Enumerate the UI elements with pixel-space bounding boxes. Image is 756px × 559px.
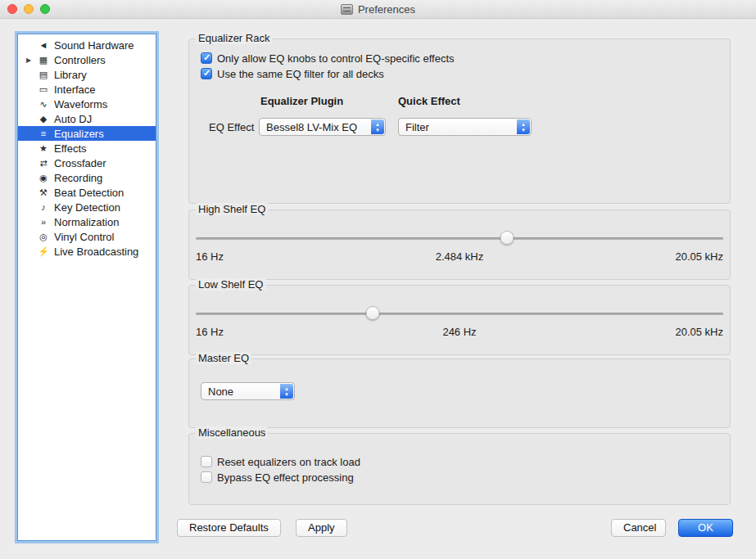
eq-plugin-dropdown[interactable]: Bessel8 LV-Mix EQ ▲▼ bbox=[259, 118, 386, 136]
sidebar-item-crossfader[interactable]: ⇄Crossfader bbox=[18, 156, 156, 170]
waveform-icon: ∿ bbox=[37, 99, 50, 110]
sidebar-item-label: Vinyl Control bbox=[54, 231, 114, 243]
library-icon: ▤ bbox=[37, 70, 50, 80]
reset-equalizers-checkbox[interactable] bbox=[201, 456, 212, 467]
sidebar-item-label: Beat Detection bbox=[54, 187, 124, 199]
broadcast-dish-icon: ⚡ bbox=[37, 246, 50, 257]
sidebar-item-label: Key Detection bbox=[54, 201, 120, 214]
master-eq-groupbox: Master EQ None ▲▼ bbox=[188, 358, 731, 428]
sidebar-list[interactable]: ◄Sound Hardware▶▦Controllers▤Library▭Int… bbox=[17, 34, 156, 541]
quick-effect-dropdown[interactable]: Filter ▲▼ bbox=[398, 118, 532, 136]
slider-max-label: 20.05 kHz bbox=[675, 250, 723, 263]
traffic-lights bbox=[7, 4, 50, 14]
checkbox-label: Bypass EQ effect processing bbox=[217, 471, 354, 484]
sidebar-item-sound-hardware[interactable]: ◄Sound Hardware bbox=[18, 38, 156, 52]
groupbox-title: Master EQ bbox=[196, 352, 251, 364]
quick-effect-dropdown-value: Filter bbox=[405, 121, 429, 133]
groupbox-title: Low Shelf EQ bbox=[196, 278, 266, 291]
monitor-icon: ▭ bbox=[37, 84, 50, 95]
sidebar-item-library[interactable]: ▤Library bbox=[18, 67, 156, 82]
crossfader-icon: ⇄ bbox=[37, 158, 50, 169]
groupbox-title: Miscellaneous bbox=[196, 426, 268, 439]
preferences-window-icon bbox=[341, 4, 353, 15]
miscellaneous-groupbox: Miscellaneous Reset equalizers on track … bbox=[188, 433, 731, 505]
zoom-button[interactable] bbox=[40, 4, 50, 14]
slider-max-label: 20.05 kHz bbox=[675, 326, 723, 338]
same-eq-filter-checkbox-row[interactable]: Use the same EQ filter for all decks bbox=[201, 67, 384, 80]
sidebar-item-label: Auto DJ bbox=[54, 113, 92, 125]
slider-track[interactable] bbox=[196, 313, 723, 315]
slider-min-label: 16 Hz bbox=[196, 250, 224, 263]
equalizer-rack-groupbox: Equalizer Rack Only allow EQ knobs to co… bbox=[188, 38, 731, 204]
slider-current-value: 2.484 kHz bbox=[436, 250, 484, 263]
high-shelf-eq-groupbox: High Shelf EQ 16 Hz 2.484 kHz 20.05 kHz bbox=[188, 210, 731, 280]
ok-button[interactable]: OK bbox=[678, 519, 733, 537]
sidebar-item-label: Live Broadcasting bbox=[54, 246, 138, 258]
close-button[interactable] bbox=[7, 4, 17, 14]
bypass-eq-checkbox-row[interactable]: Bypass EQ effect processing bbox=[201, 471, 354, 484]
equalizer-icon: ≡ bbox=[37, 128, 50, 138]
speaker-icon: ◄ bbox=[37, 40, 50, 50]
controller-icon: ▦ bbox=[37, 55, 50, 65]
groupbox-title: Equalizer Rack bbox=[196, 32, 272, 44]
checkbox-label: Reset equalizers on track load bbox=[217, 456, 360, 468]
sidebar-item-label: Library bbox=[54, 69, 87, 81]
effects-icon: ★ bbox=[37, 143, 50, 154]
quick-effect-header: Quick Effect bbox=[398, 95, 460, 107]
eq-knobs-checkbox-row[interactable]: Only allow EQ knobs to control EQ-specif… bbox=[201, 52, 455, 65]
restore-defaults-button[interactable]: Restore Defaults bbox=[177, 519, 281, 537]
eq-plugin-dropdown-value: Bessel8 LV-Mix EQ bbox=[266, 121, 357, 133]
sidebar-item-live-broadcasting[interactable]: ⚡Live Broadcasting bbox=[18, 244, 156, 259]
sidebar-item-label: Effects bbox=[54, 142, 87, 155]
sidebar-item-label: Waveforms bbox=[54, 98, 107, 110]
slider-track[interactable] bbox=[196, 237, 723, 240]
apply-button[interactable]: Apply bbox=[296, 519, 347, 537]
recording-icon: ◉ bbox=[37, 173, 50, 183]
sidebar-item-label: Interface bbox=[54, 83, 96, 96]
slider-min-label: 16 Hz bbox=[196, 326, 224, 338]
minimize-button[interactable] bbox=[24, 4, 34, 14]
vinyl-record-icon: ◎ bbox=[37, 232, 50, 242]
sidebar-item-label: Normalization bbox=[54, 216, 119, 228]
sidebar-item-label: Recording bbox=[54, 172, 102, 184]
sidebar-item-recording[interactable]: ◉Recording bbox=[18, 170, 156, 185]
dropdown-stepper-icon: ▲▼ bbox=[517, 119, 530, 134]
sidebar-item-label: Equalizers bbox=[54, 128, 104, 140]
low-shelf-eq-groupbox: Low Shelf EQ 16 Hz 246 Hz 20.05 kHz bbox=[188, 285, 731, 355]
sidebar-item-waveforms[interactable]: ∿Waveforms bbox=[18, 97, 156, 111]
high-shelf-slider-knob[interactable] bbox=[500, 231, 514, 245]
same-eq-filter-checkbox[interactable] bbox=[201, 68, 212, 79]
master-eq-dropdown-value: None bbox=[208, 385, 233, 398]
disclosure-triangle[interactable]: ▶ bbox=[26, 56, 37, 64]
sidebar-item-controllers[interactable]: ▶▦Controllers bbox=[18, 52, 156, 67]
checkbox-label: Only allow EQ knobs to control EQ-specif… bbox=[217, 52, 455, 65]
checkbox-label: Use the same EQ filter for all decks bbox=[217, 68, 384, 80]
groupbox-title: High Shelf EQ bbox=[196, 203, 268, 215]
slider-current-value: 246 Hz bbox=[442, 326, 476, 338]
sidebar-item-label: Crossfader bbox=[54, 157, 106, 169]
sidebar-item-label: Sound Hardware bbox=[54, 39, 134, 52]
sidebar-item-beat-detection[interactable]: ⚒Beat Detection bbox=[18, 185, 156, 200]
dropdown-stepper-icon: ▲▼ bbox=[371, 119, 384, 134]
reset-equalizers-checkbox-row[interactable]: Reset equalizers on track load bbox=[201, 455, 360, 468]
bypass-eq-checkbox[interactable] bbox=[201, 471, 212, 483]
sidebar-item-effects[interactable]: ★Effects bbox=[18, 141, 156, 156]
cancel-button[interactable]: Cancel bbox=[611, 519, 666, 537]
low-shelf-slider-knob[interactable] bbox=[365, 306, 379, 320]
sidebar-item-equalizers[interactable]: ≡Equalizers bbox=[18, 126, 156, 141]
eq-knobs-checkbox[interactable] bbox=[201, 52, 212, 64]
equalizer-plugin-header: Equalizer Plugin bbox=[260, 95, 343, 107]
sidebar-item-label: Controllers bbox=[54, 54, 106, 66]
sidebar-item-interface[interactable]: ▭Interface bbox=[18, 82, 156, 97]
sidebar-item-auto-dj[interactable]: ◆Auto DJ bbox=[18, 111, 156, 126]
sidebar-item-normalization[interactable]: »Normalization bbox=[18, 214, 156, 229]
master-eq-dropdown[interactable]: None ▲▼ bbox=[201, 382, 295, 400]
sidebar-item-vinyl-control[interactable]: ◎Vinyl Control bbox=[18, 229, 156, 244]
sidebar-item-key-detection[interactable]: ♪Key Detection bbox=[18, 200, 156, 214]
wrench-icon: ⚒ bbox=[37, 187, 50, 198]
high-shelf-slider[interactable] bbox=[196, 231, 723, 246]
low-shelf-slider[interactable] bbox=[196, 306, 723, 321]
window-title: Preferences bbox=[358, 3, 415, 16]
auto-dj-icon: ◆ bbox=[37, 114, 50, 124]
title-bar: Preferences bbox=[0, 0, 756, 19]
